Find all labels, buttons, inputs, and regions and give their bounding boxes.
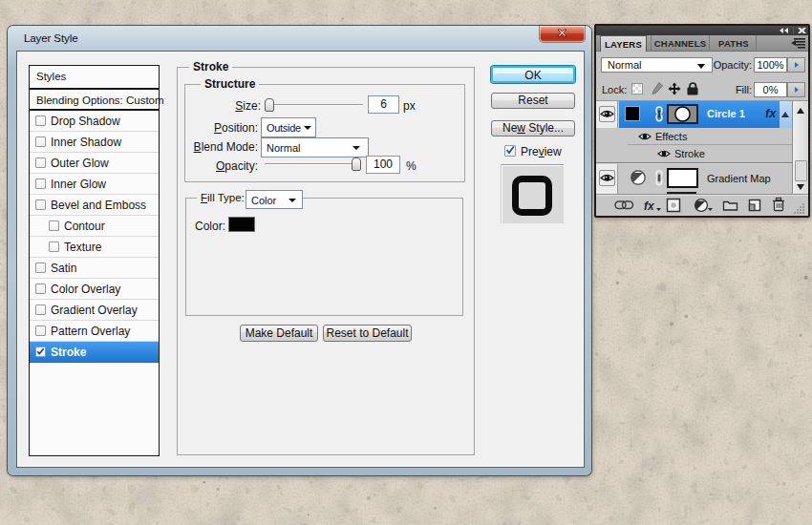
svg-text:fx: fx <box>644 200 655 213</box>
